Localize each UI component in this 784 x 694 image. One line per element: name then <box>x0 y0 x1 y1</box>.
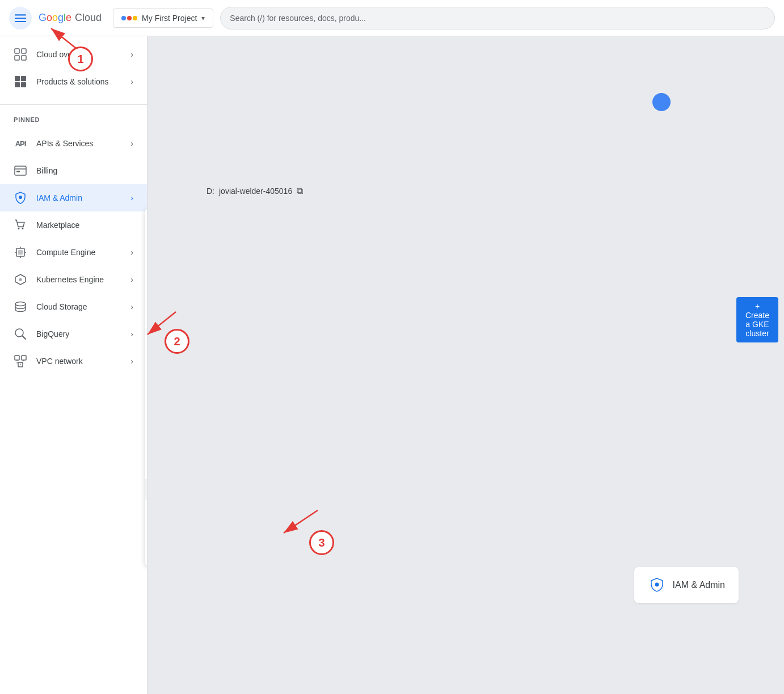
chevron-right-icon: › <box>130 139 133 148</box>
project-id-row: D: jovial-welder-405016 ⧉ <box>206 186 303 196</box>
sidebar-label-apis-services: APIs & Services <box>36 139 121 148</box>
sidebar-item-billing[interactable]: Billing <box>0 157 147 184</box>
sidebar-label-cloud-overview: Cloud overview <box>36 50 121 59</box>
svg-rect-18 <box>18 250 23 255</box>
dropdown-item-manage-resources[interactable]: Manage Reso... <box>145 520 147 540</box>
sidebar-item-iam-admin[interactable]: IAM & Admin › <box>0 184 147 211</box>
sidebar: Cloud overview › Products & solutions › … <box>0 36 147 694</box>
svg-rect-9 <box>15 82 20 87</box>
project-id-value: jovial-welder-405016 <box>219 187 292 196</box>
svg-rect-1 <box>15 18 26 19</box>
api-icon: API <box>14 137 27 150</box>
sidebar-item-products-solutions[interactable]: Products & solutions › <box>0 68 147 95</box>
svg-rect-5 <box>15 56 19 60</box>
sidebar-label-vpc-network: VPC network <box>36 357 121 366</box>
svg-rect-2 <box>15 21 26 22</box>
chevron-right-icon: › <box>130 77 133 86</box>
project-dots <box>121 16 137 20</box>
sidebar-item-compute-engine[interactable]: Compute Engine › <box>0 239 147 266</box>
search-placeholder: Search (/) for resources, docs, produ... <box>230 14 366 23</box>
sidebar-item-cloud-overview[interactable]: Cloud overview › <box>0 41 147 68</box>
dot-blue <box>121 16 126 20</box>
main-content: D: jovial-welder-405016 ⧉ + Create a GKE… <box>147 36 784 694</box>
sidebar-item-apis-services[interactable]: API APIs & Services › <box>0 130 147 157</box>
dropdown-item-create-project[interactable]: Create a Project <box>145 540 147 561</box>
svg-point-15 <box>18 228 20 230</box>
chevron-right-icon: › <box>130 193 133 202</box>
dropdown-item-org-policies[interactable]: Organization Policies <box>145 295 147 316</box>
sidebar-item-marketplace[interactable]: Marketplace <box>0 211 147 239</box>
sidebar-item-vpc-network[interactable]: VPC network › <box>0 348 147 375</box>
dropdown-item-labels[interactable]: Labels <box>145 377 147 397</box>
sidebar-label-marketplace: Marketplace <box>36 221 133 230</box>
svg-rect-11 <box>15 166 26 175</box>
project-name: My First Project <box>142 14 197 23</box>
dropdown-item-service-accounts[interactable]: Service Accounts <box>145 316 147 336</box>
dropdown-item-roles[interactable]: Roles <box>145 479 147 500</box>
storage-icon <box>14 300 27 314</box>
google-cloud-logo: Google Cloud <box>39 12 102 24</box>
sidebar-label-products-solutions: Products & solutions <box>36 77 121 86</box>
compute-icon <box>14 246 27 259</box>
header: Google Cloud My First Project ▾ Search (… <box>0 0 784 36</box>
iam-admin-card-icon <box>648 576 666 594</box>
dropdown-item-policy-analyzer[interactable]: Policy Analyzer <box>145 275 147 295</box>
sidebar-divider <box>0 104 147 105</box>
create-gke-cluster-button[interactable]: + Create a GKE cluster <box>736 297 778 342</box>
svg-point-14 <box>19 196 22 199</box>
dropdown-item-workload-identity[interactable]: Workload Identity Federation <box>145 336 147 357</box>
sidebar-item-bigquery[interactable]: BigQuery › <box>0 320 147 348</box>
search-bar[interactable]: Search (/) for resources, docs, produ... <box>220 7 775 29</box>
vpc-icon <box>14 354 27 368</box>
svg-rect-3 <box>15 49 19 53</box>
dot-yellow <box>133 16 137 20</box>
sidebar-item-kubernetes-engine[interactable]: Kubernetes Engine › <box>0 266 147 293</box>
svg-rect-13 <box>16 171 20 172</box>
blue-dot-indicator <box>652 93 671 111</box>
sidebar-label-bigquery: BigQuery <box>36 329 121 338</box>
billing-icon <box>14 164 27 177</box>
bigquery-icon <box>14 327 27 341</box>
dropdown-item-workforce-identity[interactable]: Workforce Identity Federation <box>145 357 147 377</box>
dropdown-item-tags[interactable]: Tags <box>145 397 147 418</box>
grid2-icon <box>14 75 27 88</box>
svg-point-33 <box>655 583 659 587</box>
iam-admin-card: IAM & Admin <box>634 567 739 603</box>
kubernetes-icon <box>14 273 27 286</box>
sidebar-label-compute-engine: Compute Engine <box>36 248 121 257</box>
svg-rect-10 <box>21 82 26 87</box>
svg-point-25 <box>15 302 26 306</box>
svg-line-27 <box>22 336 26 339</box>
svg-rect-4 <box>22 49 26 53</box>
svg-point-24 <box>19 278 22 281</box>
chevron-right-icon: › <box>130 329 133 338</box>
dropdown-item-iam[interactable]: IAM <box>145 214 147 234</box>
svg-rect-7 <box>15 76 20 81</box>
chevron-right-icon: › <box>130 302 133 311</box>
sidebar-pinned-section: API APIs & Services › Billing <box>0 125 147 379</box>
copy-icon[interactable]: ⧉ <box>297 186 303 196</box>
project-id-label: D: <box>206 187 214 196</box>
dropdown-item-audit-logs[interactable]: Audit Logs <box>145 500 147 520</box>
dropdown-item-privacy-security[interactable]: Privacy & Security <box>145 438 147 459</box>
sidebar-label-iam-admin: IAM & Admin <box>36 193 121 202</box>
shield-icon <box>14 191 27 205</box>
chevron-right-icon: › <box>130 357 133 366</box>
dropdown-item-identity-aware-proxy[interactable]: Identity-Aware Proxy <box>145 459 147 479</box>
dropdown-item-identity-org[interactable]: Identity & Organization <box>145 234 147 255</box>
sidebar-label-billing: Billing <box>36 166 133 175</box>
svg-rect-29 <box>22 356 26 360</box>
svg-rect-28 <box>15 356 19 360</box>
sidebar-item-cloud-storage[interactable]: Cloud Storage › <box>0 293 147 320</box>
iam-admin-card-label: IAM & Admin <box>673 580 725 590</box>
cart-icon <box>14 218 27 232</box>
chevron-right-icon: › <box>130 50 133 59</box>
dropdown-item-policy-troubleshooter[interactable]: Policy Troubleshooter <box>145 255 147 275</box>
svg-rect-8 <box>21 76 26 81</box>
project-selector[interactable]: My First Project ▾ <box>113 9 213 28</box>
sidebar-label-kubernetes-engine: Kubernetes Engine <box>36 275 121 284</box>
menu-icon <box>15 12 26 24</box>
svg-rect-6 <box>22 56 26 60</box>
hamburger-menu-button[interactable] <box>9 7 32 29</box>
dropdown-item-settings[interactable]: Settings <box>145 418 147 438</box>
